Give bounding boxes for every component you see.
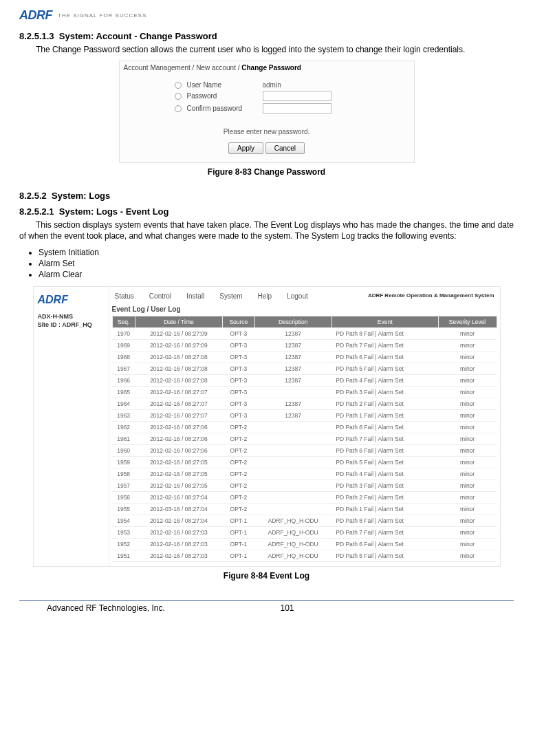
cancel-button[interactable]: Cancel	[265, 142, 305, 154]
cell-desc: 12387	[254, 351, 331, 363]
cell-desc: 12387	[254, 398, 331, 409]
cell-date: 2012-02-16 / 08:27:09	[135, 327, 222, 339]
footer: Advanced RF Technologies, Inc. 101	[19, 600, 514, 613]
cell-date: 2012-02-16 / 08:27:03	[135, 550, 222, 561]
cell-date: 2012-02-16 / 08:27:07	[135, 409, 222, 421]
cell-seq: 1969	[112, 339, 135, 351]
radio-icon[interactable]	[175, 105, 182, 112]
cell-seq: 1951	[112, 550, 135, 561]
apply-button[interactable]: Apply	[228, 142, 263, 154]
cell-date: 2012-02-16 / 08:27:09	[135, 339, 222, 351]
cell-event: PD Path 8 Fail | Alarm Set	[331, 515, 438, 526]
nav-logout[interactable]: Logout	[287, 292, 308, 300]
table-row: 19572012-02-16 / 08:27:05OPT-2PD Path 3 …	[112, 479, 497, 491]
cell-source: OPT-1	[223, 526, 254, 538]
table-row: 19532012-02-16 / 08:27:03OPT-1ADRF_HQ_H-…	[112, 526, 497, 538]
cell-seq: 1968	[112, 351, 135, 363]
cell-desc	[254, 433, 331, 444]
cell-sev: minor	[438, 515, 497, 526]
nav-install[interactable]: Install	[186, 292, 204, 300]
cell-sev: minor	[438, 374, 497, 386]
nav-control[interactable]: Control	[149, 292, 171, 300]
event-log-table: Seq. Date / Time Source Description Even…	[112, 316, 497, 562]
cell-event: PD Path 6 Fail | Alarm Set	[331, 351, 438, 363]
table-row: 19652012-02-16 / 08:27:07OPT-3PD Path 3 …	[112, 386, 497, 398]
heading-logs: 8.2.5.2 System: Logs	[19, 191, 514, 201]
list-item: Alarm Clear	[39, 270, 514, 279]
cell-event: PD Path 5 Fail | Alarm Set	[331, 363, 438, 374]
cell-event: PD Path 4 Fail | Alarm Set	[331, 468, 438, 479]
col-desc: Description	[254, 316, 331, 327]
sub-nav: Event Log / User Log	[112, 305, 497, 316]
cell-sev: minor	[438, 538, 497, 550]
table-row: 19662012-02-16 / 08:27:08OPT-312387PD Pa…	[112, 374, 497, 386]
cell-source: OPT-1	[223, 538, 254, 550]
cell-seq: 1965	[112, 386, 135, 398]
heading-change-password: 8.2.5.1.3 System: Account - Change Passw…	[19, 31, 514, 41]
cell-desc: 12387	[254, 374, 331, 386]
cell-source: OPT-3	[223, 339, 254, 351]
cell-seq: 1956	[112, 491, 135, 503]
cell-sev: minor	[438, 503, 497, 515]
cell-event: PD Path 8 Fail | Alarm Set	[331, 421, 438, 433]
cell-event: PD Path 3 Fail | Alarm Set	[331, 479, 438, 491]
cell-seq: 1959	[112, 456, 135, 468]
change-password-panel: Account Management / New account / Chang…	[119, 61, 415, 163]
cell-seq: 1957	[112, 479, 135, 491]
password-input[interactable]	[263, 91, 331, 101]
paragraph-change-password: The Change Password section allows the c…	[19, 44, 514, 55]
cell-event: PD Path 8 Fail | Alarm Set	[331, 327, 438, 339]
table-row: 19632012-02-16 / 08:27:07OPT-312387PD Pa…	[112, 409, 497, 421]
confirm-label: Confirm password	[187, 105, 263, 112]
cell-sev: minor	[438, 421, 497, 433]
radio-icon[interactable]	[175, 93, 182, 100]
radio-icon[interactable]	[175, 82, 182, 89]
cell-desc: ADRF_HQ_H-ODU	[254, 515, 331, 526]
username-value: admin	[263, 81, 331, 89]
cell-sev: minor	[438, 409, 497, 421]
cell-date: 2012-02-16 / 08:27:05	[135, 456, 222, 468]
cell-source: OPT-2	[223, 503, 254, 515]
cell-sev: minor	[438, 491, 497, 503]
cell-seq: 1963	[112, 409, 135, 421]
cell-event: PD Path 7 Fail | Alarm Set	[331, 433, 438, 444]
top-nav: Status Control Install System Help Logou…	[112, 291, 497, 305]
table-row: 19592012-02-16 / 08:27:05OPT-2PD Path 5 …	[112, 456, 497, 468]
cell-desc	[254, 456, 331, 468]
cell-desc	[254, 479, 331, 491]
table-row: 19702012-02-16 / 08:27:09OPT-312387PD Pa…	[112, 327, 497, 339]
table-row: 19522012-02-16 / 08:27:03OPT-1ADRF_HQ_H-…	[112, 538, 497, 550]
cell-desc	[254, 421, 331, 433]
cell-date: 2012-02-16 / 08:27:06	[135, 444, 222, 456]
nav-status[interactable]: Status	[115, 292, 134, 300]
cell-source: OPT-3	[223, 363, 254, 374]
confirm-input[interactable]	[263, 103, 331, 114]
cell-event: PD Path 7 Fail | Alarm Set	[331, 526, 438, 538]
table-row: 19552012-03-16 / 08:27:04OPT-2PD Path 1 …	[112, 503, 497, 515]
form-row-password: Password	[175, 91, 400, 101]
cell-sev: minor	[438, 479, 497, 491]
cell-desc	[254, 491, 331, 503]
table-row: 19542012-02-16 / 08:27:04OPT-1ADRF_HQ_H-…	[112, 515, 497, 526]
cell-event: PD Path 6 Fail | Alarm Set	[331, 538, 438, 550]
cell-desc: 12387	[254, 327, 331, 339]
cell-date: 2012-02-16 / 08:27:06	[135, 433, 222, 444]
col-event: Event	[331, 316, 438, 327]
cell-sev: minor	[438, 351, 497, 363]
cell-sev: minor	[438, 468, 497, 479]
nav-system[interactable]: System	[219, 292, 242, 300]
col-sev: Severity Level	[438, 316, 497, 327]
footer-page: 101	[281, 603, 514, 613]
figure-caption-83: Figure 8-83 Change Password	[19, 167, 514, 177]
cell-seq: 1961	[112, 433, 135, 444]
cell-desc	[254, 444, 331, 456]
nav-help[interactable]: Help	[258, 292, 272, 300]
cell-desc: 12387	[254, 363, 331, 374]
cell-seq: 1962	[112, 421, 135, 433]
cell-sev: minor	[438, 526, 497, 538]
cell-source: OPT-2	[223, 491, 254, 503]
cell-sev: minor	[438, 398, 497, 409]
table-row: 19622012-02-16 / 08:27:06OPT-2PD Path 8 …	[112, 421, 497, 433]
figure-caption-84: Figure 8-84 Event Log	[19, 571, 514, 581]
table-row: 19642012-02-16 / 08:27:07OPT-312387PD Pa…	[112, 398, 497, 409]
